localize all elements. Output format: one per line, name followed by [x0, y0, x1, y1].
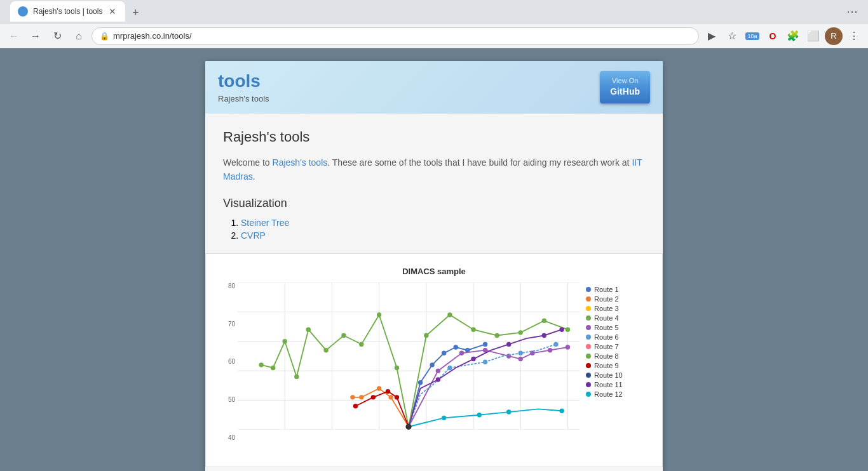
svg-point-34 [271, 366, 275, 370]
visualization-heading: Visualization [223, 197, 645, 210]
title-bar: Rajesh's tools | tools ✕ + ⋯ [0, 0, 868, 23]
svg-point-66 [542, 333, 546, 338]
active-tab[interactable]: Rajesh's tools | tools ✕ [10, 1, 125, 22]
cvrp-link[interactable]: CVRP [241, 230, 266, 241]
svg-point-58 [395, 395, 399, 399]
svg-point-21 [388, 395, 393, 399]
svg-point-60 [371, 395, 376, 399]
svg-point-50 [548, 348, 552, 352]
route12-label: Route 12 [594, 390, 623, 398]
svg-point-41 [542, 318, 546, 322]
route1-label: Route 1 [594, 286, 619, 293]
route5-label: Route 5 [594, 324, 619, 331]
y-label-50: 50 [228, 396, 235, 403]
svg-point-38 [471, 327, 475, 331]
puzzle-icon[interactable]: 🧩 [784, 27, 802, 45]
route3-dot [586, 306, 591, 311]
intro-paragraph: Welcome to Rajesh's tools. These are som… [223, 156, 645, 184]
legend-route4: Route 4 [586, 314, 649, 322]
chart-container: DIMACS sample 80 70 60 50 40 [205, 253, 663, 467]
home-button[interactable]: ⌂ [70, 27, 88, 45]
chart-legend: Route 1 Route 2 Route 3 Route 4 [586, 282, 649, 454]
toolbar-icons: ▶ ☆ 10a O 🧩 ⬜ R ⋮ [703, 27, 863, 45]
legend-route7: Route 7 [586, 343, 649, 350]
svg-point-35 [259, 362, 263, 367]
svg-point-22 [377, 386, 381, 390]
steiner-tree-link[interactable]: Steiner Tree [241, 218, 289, 228]
svg-point-63 [436, 377, 440, 381]
y-label-60: 60 [228, 358, 235, 365]
ext-badge: 10a [745, 32, 759, 40]
route10-label: Route 10 [594, 371, 623, 379]
route11-label: Route 11 [594, 381, 623, 388]
svg-point-24 [350, 395, 355, 399]
tab-favicon [18, 6, 28, 17]
lock-icon: 🔒 [100, 32, 109, 41]
svg-point-26 [395, 366, 399, 370]
svg-point-15 [430, 362, 434, 367]
svg-point-69 [442, 415, 446, 420]
y-label-40: 40 [228, 434, 235, 441]
window-controls[interactable]: ⋯ [841, 2, 863, 21]
svg-point-30 [323, 348, 328, 352]
svg-point-71 [506, 409, 511, 414]
svg-point-59 [386, 389, 390, 394]
address-bar[interactable]: 🔒 [92, 27, 699, 45]
card-header: tools Rajesh's tools View On GitHub [205, 61, 663, 114]
profile-avatar[interactable]: R [825, 27, 843, 45]
opera-icon[interactable]: O [764, 27, 782, 45]
svg-point-28 [359, 342, 363, 346]
svg-point-44 [436, 368, 440, 373]
screen-icon[interactable]: ⬜ [804, 27, 822, 45]
route11-dot [586, 382, 591, 387]
extension-icon[interactable]: 10a [743, 27, 761, 45]
back-button[interactable]: ← [5, 27, 23, 45]
reload-button[interactable]: ↻ [48, 27, 66, 45]
route6-dot [586, 335, 591, 340]
cast-icon[interactable]: ▶ [703, 27, 721, 45]
chart-plot: 80 70 60 50 40 [219, 282, 580, 454]
y-axis: 80 70 60 50 40 [219, 282, 238, 441]
svg-point-64 [471, 357, 475, 361]
new-tab-button[interactable]: + [126, 4, 144, 22]
y-label-70: 70 [228, 321, 235, 328]
svg-point-56 [553, 342, 558, 346]
svg-point-40 [519, 330, 523, 335]
route8-dot [586, 354, 591, 359]
svg-point-72 [559, 408, 564, 413]
chart-area: 80 70 60 50 40 [219, 282, 649, 454]
github-btn-line1: View On [610, 76, 640, 86]
svg-point-31 [306, 327, 311, 331]
svg-point-17 [453, 345, 458, 349]
svg-point-61 [353, 404, 358, 408]
svg-point-53 [447, 366, 452, 370]
legend-route2: Route 2 [586, 295, 649, 303]
github-button[interactable]: View On GitHub [600, 71, 650, 103]
route7-dot [586, 344, 591, 349]
legend-route6: Route 6 [586, 333, 649, 341]
svg-point-42 [566, 327, 570, 331]
legend-route9: Route 9 [586, 362, 649, 369]
svg-point-45 [459, 350, 464, 355]
svg-point-73 [405, 423, 411, 429]
svg-point-36 [424, 333, 428, 338]
route4-label: Route 4 [594, 314, 619, 322]
route9-dot [586, 363, 591, 368]
bookmark-icon[interactable]: ☆ [723, 27, 741, 45]
more-button[interactable]: ⋮ [845, 27, 863, 45]
forward-button[interactable]: → [27, 27, 44, 45]
rajesh-tools-link[interactable]: Rajesh's tools [273, 157, 328, 168]
svg-point-65 [506, 342, 511, 346]
route4-dot [586, 315, 591, 321]
svg-point-29 [341, 333, 346, 338]
url-input[interactable] [113, 31, 691, 41]
card-body: Rajesh's tools Welcome to Rajesh's tools… [205, 114, 663, 471]
svg-point-19 [483, 342, 487, 346]
tools-list: Steiner Tree CVRP [223, 218, 645, 241]
site-title: tools [218, 71, 269, 91]
tab-close-button[interactable]: ✕ [107, 6, 118, 17]
legend-route5: Route 5 [586, 324, 649, 331]
tab-title: Rajesh's tools | tools [33, 7, 102, 16]
route1-dot [586, 287, 591, 292]
svg-point-23 [359, 395, 363, 399]
